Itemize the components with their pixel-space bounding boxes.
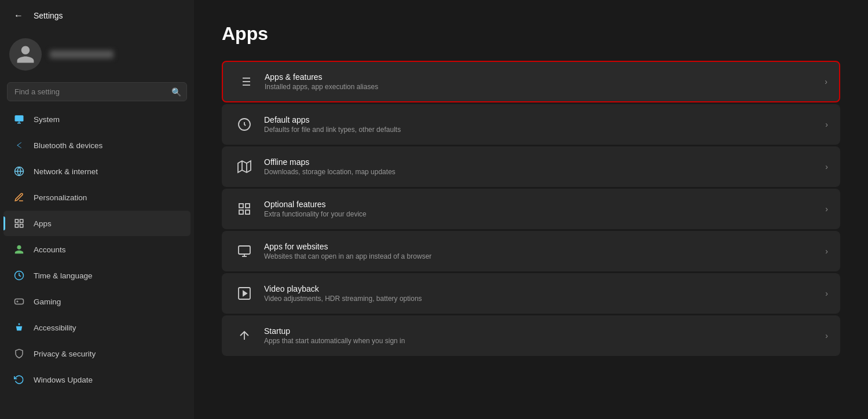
offline-maps-item[interactable]: Offline maps Downloads, storage location…	[222, 146, 840, 187]
sidebar-item-gaming[interactable]: Gaming	[3, 289, 191, 314]
apps-websites-subtitle: Websites that can open in an app instead…	[264, 252, 825, 260]
video-playback-item[interactable]: Video playback Video adjustments, HDR st…	[222, 273, 840, 314]
sidebar-item-personalization[interactable]: Personalization	[3, 185, 191, 210]
sidebar-item-label: Accessibility	[34, 324, 76, 332]
sidebar-item-accounts[interactable]: Accounts	[3, 237, 191, 262]
svg-rect-25	[239, 246, 250, 254]
user-icon	[15, 44, 36, 65]
default-apps-title: Default apps	[264, 115, 825, 124]
apps-icon	[13, 217, 25, 230]
sidebar-item-update[interactable]: Windows Update	[3, 367, 191, 392]
back-button[interactable]: ←	[9, 8, 28, 23]
video-playback-subtitle: Video adjustments, HDR streaming, batter…	[264, 295, 825, 303]
svg-marker-18	[238, 161, 251, 172]
sidebar-item-label: Bluetooth & devices	[34, 141, 102, 150]
apps-features-item[interactable]: Apps & features Installed apps, app exec…	[222, 61, 840, 102]
startup-text: Startup Apps that start automatically wh…	[264, 326, 825, 345]
svg-rect-22	[246, 204, 250, 208]
sidebar-item-label: Accounts	[34, 245, 66, 254]
optional-features-item[interactable]: Optional features Extra functionality fo…	[222, 189, 840, 229]
svg-rect-0	[15, 115, 24, 122]
gaming-icon	[13, 295, 25, 308]
search-box: 🔍	[7, 82, 187, 101]
svg-rect-23	[239, 210, 243, 214]
default-apps-item[interactable]: Default apps Defaults for file and link …	[222, 104, 840, 145]
chevron-icon: ›	[825, 120, 828, 129]
sidebar-item-network[interactable]: Network & internet	[3, 159, 191, 184]
page-title: Apps	[222, 23, 840, 45]
sidebar: ← Settings 🔍 System Bluetooth & devices	[0, 0, 194, 419]
startup-item[interactable]: Startup Apps that start automatically wh…	[222, 315, 840, 356]
default-apps-icon	[234, 114, 255, 135]
sidebar-item-system[interactable]: System	[3, 106, 191, 132]
svg-rect-21	[239, 204, 243, 208]
svg-rect-5	[20, 219, 23, 222]
video-playback-text: Video playback Video adjustments, HDR st…	[264, 284, 825, 303]
chevron-icon: ›	[825, 247, 828, 256]
chevron-icon: ›	[825, 289, 828, 298]
personalization-icon	[13, 191, 25, 204]
sidebar-item-bluetooth[interactable]: Bluetooth & devices	[3, 133, 191, 158]
update-icon	[13, 373, 25, 386]
apps-websites-text: Apps for websites Websites that can open…	[264, 242, 825, 260]
offline-maps-icon	[234, 156, 255, 177]
video-playback-icon	[234, 283, 255, 304]
svg-rect-9	[15, 299, 24, 304]
sidebar-item-label: Windows Update	[34, 376, 93, 384]
sidebar-item-label: Apps	[34, 219, 52, 228]
svg-rect-7	[20, 225, 23, 227]
default-apps-text: Default apps Defaults for file and link …	[264, 115, 825, 134]
sidebar-item-label: Gaming	[34, 297, 61, 306]
svg-point-10	[19, 324, 20, 325]
apps-websites-icon	[234, 241, 255, 262]
apps-features-title: Apps & features	[265, 72, 825, 82]
sidebar-item-privacy[interactable]: Privacy & security	[3, 341, 191, 366]
apps-websites-title: Apps for websites	[264, 242, 825, 251]
chevron-icon: ›	[825, 331, 828, 340]
svg-rect-4	[15, 219, 18, 222]
sidebar-header: ← Settings	[0, 0, 194, 31]
sidebar-item-label: Privacy & security	[34, 350, 96, 358]
username	[50, 50, 113, 58]
offline-maps-text: Offline maps Downloads, storage location…	[264, 157, 825, 176]
startup-title: Startup	[264, 326, 825, 336]
main-content: Apps Apps & features Installed apps, app…	[194, 0, 868, 419]
sidebar-title: Settings	[34, 11, 63, 20]
avatar	[9, 38, 42, 71]
chevron-icon: ›	[825, 162, 828, 171]
bluetooth-icon	[13, 139, 25, 152]
sidebar-item-label: System	[34, 115, 60, 124]
sidebar-nav: System Bluetooth & devices Network & int…	[0, 106, 194, 393]
accessibility-icon	[13, 321, 25, 334]
svg-marker-29	[243, 291, 247, 296]
startup-subtitle: Apps that start automatically when you s…	[264, 337, 825, 345]
accounts-icon	[13, 243, 25, 256]
sidebar-item-label: Network & internet	[34, 167, 98, 176]
profile-section	[0, 31, 194, 80]
offline-maps-title: Offline maps	[264, 157, 825, 167]
sidebar-item-apps[interactable]: Apps	[3, 211, 191, 236]
startup-icon	[234, 325, 255, 346]
video-playback-title: Video playback	[264, 284, 825, 293]
apps-features-icon	[235, 71, 255, 92]
optional-features-subtitle: Extra functionality for your device	[264, 210, 825, 218]
apps-websites-item[interactable]: Apps for websites Websites that can open…	[222, 231, 840, 271]
apps-features-text: Apps & features Installed apps, app exec…	[265, 72, 825, 91]
svg-rect-6	[15, 225, 18, 227]
search-input[interactable]	[7, 82, 187, 101]
apps-features-subtitle: Installed apps, app execution aliases	[265, 83, 825, 91]
sidebar-item-label: Personalization	[34, 193, 87, 202]
sidebar-item-label: Time & language	[34, 271, 93, 280]
time-icon	[13, 269, 25, 282]
chevron-icon: ›	[825, 204, 828, 214]
privacy-icon	[13, 347, 25, 360]
chevron-icon: ›	[825, 77, 827, 86]
sidebar-item-accessibility[interactable]: Accessibility	[3, 315, 191, 340]
default-apps-subtitle: Defaults for file and link types, other …	[264, 126, 825, 134]
optional-features-title: Optional features	[264, 200, 825, 209]
optional-features-text: Optional features Extra functionality fo…	[264, 200, 825, 218]
sidebar-item-time[interactable]: Time & language	[3, 263, 191, 288]
svg-rect-24	[246, 210, 250, 214]
search-icon: 🔍	[171, 87, 181, 97]
settings-list: Apps & features Installed apps, app exec…	[222, 61, 840, 356]
